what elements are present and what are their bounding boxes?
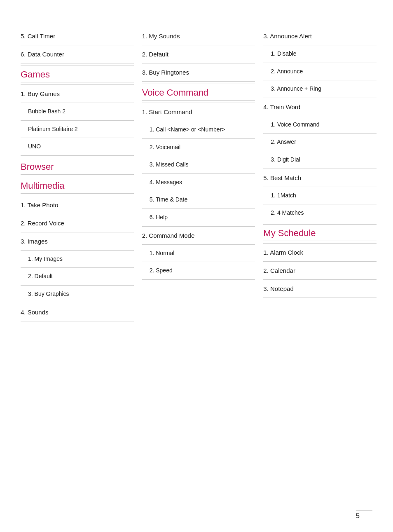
- menu-item: 2. Voicemail: [142, 141, 255, 154]
- menu-item: 3. Announce + Ring: [263, 82, 377, 96]
- menu-item: 3. Buy Graphics: [21, 288, 134, 301]
- menu-item: 1. Alarm Clock: [263, 246, 377, 259]
- menu-item: 1. Voice Command: [263, 118, 377, 131]
- menu-item: 2. Default: [142, 47, 255, 61]
- menu-item: 2. Command Mode: [142, 229, 255, 242]
- menu-item: 5. Time & Date: [142, 193, 255, 206]
- column-2: 1. My Sounds2. Default3. Buy RingtonesVo…: [142, 25, 264, 323]
- menu-item: 4. Messages: [142, 176, 255, 189]
- menu-item: 5. Call Timer: [21, 29, 134, 43]
- page-number: 5: [356, 510, 372, 520]
- column-3: 3. Announce Alert1. Disable2. Announce3.…: [263, 25, 377, 323]
- menu-item: 1. My Images: [21, 253, 134, 266]
- menu-item: UNO: [21, 140, 134, 153]
- menu-item: 2. Default: [21, 270, 134, 283]
- section-heading-voice-command: Voice Command: [142, 87, 255, 98]
- menu-item: 6. Help: [142, 211, 255, 224]
- menu-item: 2. Calendar: [263, 264, 377, 277]
- menu-item: 1. Call <Name> or <Number>: [142, 123, 255, 136]
- menu-item: 2. 4 Matches: [263, 206, 377, 220]
- section-heading-games: Games: [21, 69, 134, 80]
- section-heading-browser: Browser: [21, 162, 134, 172]
- menu-item: 1. Buy Games: [21, 87, 134, 101]
- menu-item: 2. Announce: [263, 65, 377, 78]
- menu-item: 4. Train Word: [263, 100, 377, 114]
- menu-item: 3. Images: [21, 234, 134, 248]
- menu-item: 1. Disable: [263, 47, 377, 61]
- menu-item: 1. Start Command: [142, 105, 255, 119]
- menu-item: 2. Record Voice: [21, 216, 134, 230]
- menu-item: 1. 1Match: [263, 189, 377, 202]
- menu-item: 3. Digit Dial: [263, 153, 377, 166]
- menu-item: 4. Sounds: [21, 305, 134, 319]
- menu-item: 1. Take Photo: [21, 198, 134, 212]
- section-heading-my-schedule: My Schedule: [263, 228, 377, 239]
- menu-item: 3. Buy Ringtones: [142, 66, 255, 79]
- menu-item: Platinum Solitaire 2: [21, 123, 134, 136]
- section-heading-multimedia: Multimedia: [21, 180, 134, 191]
- menu-item: 6. Data Counter: [21, 47, 134, 61]
- menu-item: 2. Speed: [142, 264, 255, 277]
- menu-item: 2. Answer: [263, 136, 377, 149]
- menu-item: Bubble Bash 2: [21, 105, 134, 118]
- menu-item: 1. Normal: [142, 247, 255, 260]
- menu-item: 1. My Sounds: [142, 29, 255, 43]
- page-container: 5. Call Timer6. Data CounterGames1. Buy …: [0, 0, 393, 348]
- menu-item: 3. Notepad: [263, 282, 377, 295]
- menu-item: 5. Best Match: [263, 171, 377, 185]
- menu-item: 3. Missed Calls: [142, 158, 255, 171]
- menu-item: 3. Announce Alert: [263, 29, 377, 43]
- column-1: 5. Call Timer6. Data CounterGames1. Buy …: [21, 25, 142, 323]
